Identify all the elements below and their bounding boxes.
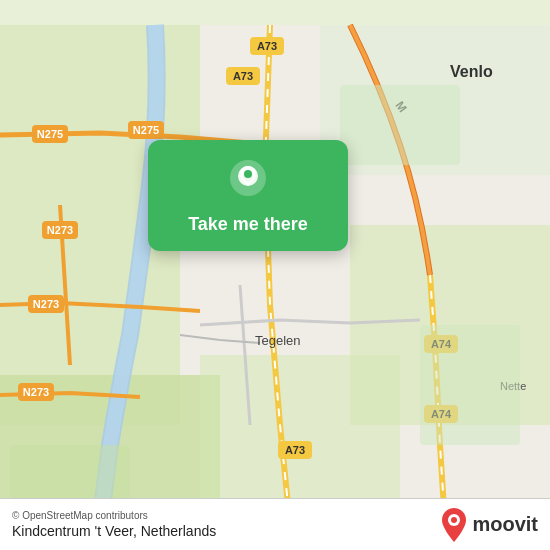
svg-text:Venlo: Venlo xyxy=(450,63,493,80)
svg-text:A73: A73 xyxy=(257,40,277,52)
moovit-brand-text: moovit xyxy=(472,513,538,536)
moovit-logo: moovit xyxy=(440,507,538,543)
svg-rect-32 xyxy=(340,85,460,165)
map-attribution: © OpenStreetMap contributors xyxy=(12,510,216,521)
svg-text:N275: N275 xyxy=(133,124,159,136)
take-me-there-card[interactable]: Take me there xyxy=(148,140,348,251)
svg-text:A73: A73 xyxy=(285,444,305,456)
map-container: A73 A73 A74 A74 N275 N275 N273 N273 N273… xyxy=(0,0,550,550)
location-pin-icon xyxy=(226,158,270,202)
svg-text:N273: N273 xyxy=(47,224,73,236)
map-background: A73 A73 A74 A74 N275 N275 N273 N273 N273… xyxy=(0,0,550,550)
svg-text:N273: N273 xyxy=(33,298,59,310)
svg-text:A73: A73 xyxy=(233,70,253,82)
svg-text:N273: N273 xyxy=(23,386,49,398)
svg-point-39 xyxy=(451,517,457,523)
location-name: Kindcentrum 't Veer, Netherlands xyxy=(12,523,216,539)
svg-point-37 xyxy=(244,170,252,178)
svg-text:Tegelen: Tegelen xyxy=(255,333,301,348)
take-me-there-button[interactable]: Take me there xyxy=(188,214,308,235)
bottom-bar: © OpenStreetMap contributors Kindcentrum… xyxy=(0,498,550,550)
svg-rect-33 xyxy=(420,325,520,445)
bottom-left-info: © OpenStreetMap contributors Kindcentrum… xyxy=(12,510,216,539)
svg-text:N275: N275 xyxy=(37,128,63,140)
moovit-pin-icon xyxy=(440,507,468,543)
